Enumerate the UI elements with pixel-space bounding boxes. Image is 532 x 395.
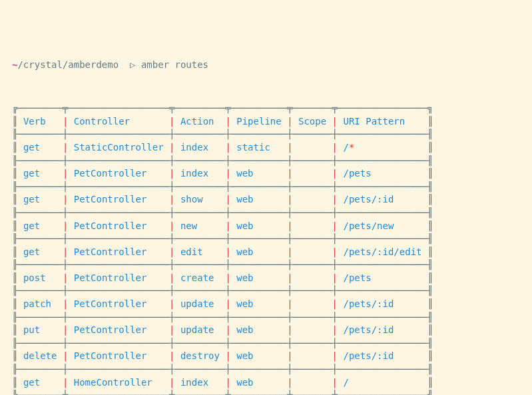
table-row: ║ get | HomeController | index | web | |… [12,377,433,388]
prompt-line: ~/crystal/amberdemo ▷ amber routes [12,59,520,72]
table-row: ║ get | PetController | new | web | | /p… [12,220,433,231]
caret-icon: ▷ [130,59,135,70]
table-row: ║ delete | PetController | destroy | web… [12,350,433,361]
table-row: ║ get | PetController | edit | web | | /… [12,246,433,257]
table-row: ║ post | PetController | create | web | … [12,272,433,283]
table-row: ║ put | PetController | update | web | |… [12,324,433,335]
table-row: ║ get | PetController | index | web | | … [12,168,433,179]
table-row: ║ patch | PetController | update | web |… [12,298,433,309]
table-row: ║ get | PetController | show | web | | /… [12,194,433,204]
cwd-path: /crystal/amberdemo [17,59,119,70]
command-text: amber routes [141,59,208,70]
table-row: ║ get | StaticController | index | stati… [12,142,433,153]
routes-table: ╔────────╤──────────────────╤─────────╤─… [12,102,520,395]
